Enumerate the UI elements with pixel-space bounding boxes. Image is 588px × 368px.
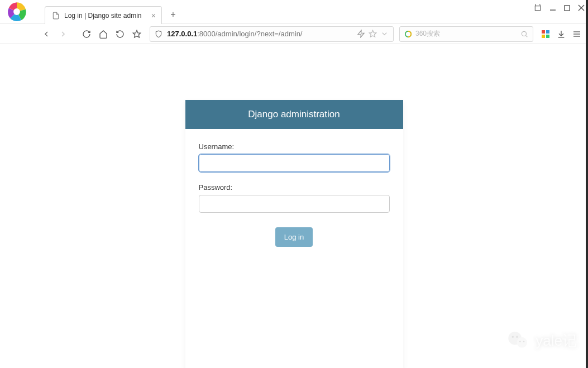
password-input[interactable] — [199, 195, 390, 213]
active-tab[interactable]: Log in | Django site admin × — [45, 6, 162, 24]
watermark: yale记 — [506, 329, 577, 352]
toolbar: 127.0.0.1:8000/admin/login/?next=/admin/… — [0, 23, 588, 44]
browser-app-icon[interactable] — [0, 0, 34, 23]
tab-bar: Log in | Django site admin × + — [0, 0, 588, 23]
browser-chrome: Log in | Django site admin × + — [0, 0, 588, 44]
nav-forward-button — [56, 27, 70, 41]
url-host: 127.0.0.1 — [167, 30, 197, 38]
svg-point-18 — [512, 336, 514, 338]
reload-button[interactable] — [79, 27, 94, 41]
right-edge-bar — [586, 0, 588, 368]
username-label: Username: — [199, 142, 390, 151]
svg-point-21 — [523, 341, 525, 342]
login-form: Username: Password: Log in — [185, 129, 403, 264]
search-engine-icon — [404, 30, 412, 38]
new-tab-button[interactable]: + — [166, 8, 180, 21]
apps-grid-icon[interactable] — [541, 30, 550, 39]
flash-icon[interactable] — [357, 30, 365, 38]
wechat-icon — [506, 329, 530, 352]
svg-marker-6 — [358, 30, 364, 37]
file-icon — [52, 12, 60, 20]
tab-title: Log in | Django site admin — [64, 12, 147, 20]
search-box[interactable]: 360搜索 — [399, 26, 533, 42]
favorite-icon[interactable] — [369, 30, 377, 38]
login-card: Django administration Username: Password… — [185, 100, 403, 368]
username-input[interactable] — [199, 154, 390, 172]
watermark-text: yale记 — [536, 331, 577, 351]
svg-point-9 — [522, 31, 526, 36]
home-button[interactable] — [96, 27, 111, 41]
url-text: 127.0.0.1:8000/admin/login/?next=/admin/ — [167, 30, 353, 38]
password-label: Password: — [199, 183, 390, 192]
svg-point-0 — [13, 8, 20, 15]
window-minimize-icon[interactable] — [549, 4, 556, 13]
search-placeholder: 360搜索 — [415, 29, 520, 39]
page-viewport: Django administration Username: Password… — [0, 44, 588, 368]
tab-close-icon[interactable]: × — [151, 11, 156, 20]
svg-rect-2 — [565, 5, 570, 10]
svg-marker-5 — [133, 30, 140, 37]
svg-point-17 — [517, 337, 527, 347]
toolbar-right-icons — [541, 30, 581, 39]
svg-point-20 — [519, 341, 521, 342]
url-path: :8000/admin/login/?next=/admin/ — [197, 30, 302, 38]
window-maximize-icon[interactable] — [564, 4, 570, 13]
menu-icon[interactable] — [572, 30, 581, 39]
window-close-icon[interactable] — [578, 4, 585, 13]
svg-line-10 — [526, 35, 528, 37]
wardrobe-icon[interactable] — [534, 3, 542, 13]
login-button[interactable]: Log in — [275, 227, 313, 247]
address-bar[interactable]: 127.0.0.1:8000/admin/login/?next=/admin/ — [150, 26, 394, 42]
search-icon[interactable] — [520, 30, 528, 38]
login-header: Django administration — [185, 100, 403, 129]
undo-button[interactable] — [113, 27, 127, 41]
svg-marker-7 — [369, 30, 376, 37]
svg-point-19 — [517, 336, 518, 338]
bookmark-star-button[interactable] — [130, 27, 144, 41]
chevron-down-icon[interactable] — [380, 30, 389, 38]
window-controls — [534, 3, 585, 13]
nav-back-button[interactable] — [39, 27, 54, 41]
downloads-icon[interactable] — [557, 30, 566, 39]
shield-icon — [155, 30, 162, 38]
